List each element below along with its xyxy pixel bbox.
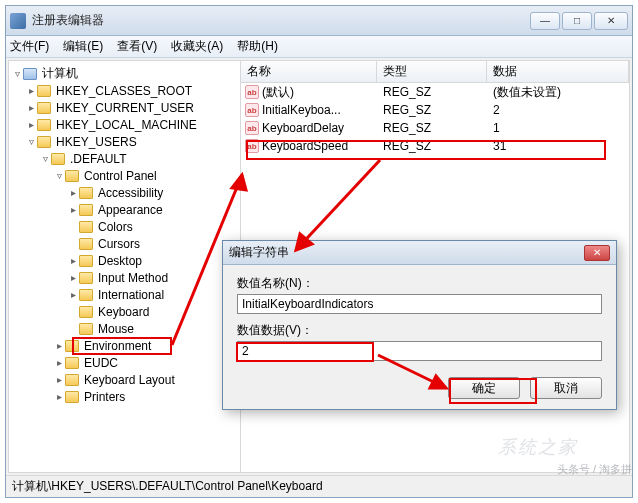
expander-icon[interactable]: ▸ xyxy=(53,340,65,352)
table-row[interactable]: abKeyboardDelayREG_SZ1 xyxy=(241,119,629,137)
expander-icon[interactable]: ▸ xyxy=(53,357,65,369)
expander-icon[interactable]: ▿ xyxy=(11,68,23,80)
folder-icon xyxy=(79,221,93,233)
expander-icon[interactable]: ▸ xyxy=(53,391,65,403)
tree-root[interactable]: 计算机 xyxy=(40,65,80,82)
menu-favorites[interactable]: 收藏夹(A) xyxy=(171,38,223,55)
ok-button[interactable]: 确定 xyxy=(448,377,520,399)
value-name-field[interactable] xyxy=(237,294,602,314)
dialog-title: 编辑字符串 xyxy=(229,244,584,261)
value-type: REG_SZ xyxy=(377,85,487,99)
tree-item[interactable]: Desktop xyxy=(96,254,144,268)
tree-item[interactable]: Mouse xyxy=(96,322,136,336)
tree-eudc[interactable]: EUDC xyxy=(82,356,120,370)
value-name: InitialKeyboa... xyxy=(262,103,341,117)
tree-item[interactable]: Colors xyxy=(96,220,135,234)
menu-view[interactable]: 查看(V) xyxy=(117,38,157,55)
col-type[interactable]: 类型 xyxy=(377,61,487,82)
maximize-button[interactable]: □ xyxy=(562,12,592,30)
tree-item[interactable]: Appearance xyxy=(96,203,165,217)
tree-keyboard-layout[interactable]: Keyboard Layout xyxy=(82,373,177,387)
tree-item[interactable]: International xyxy=(96,288,166,302)
expander-icon[interactable]: ▸ xyxy=(25,102,37,114)
folder-icon xyxy=(79,323,93,335)
menu-help[interactable]: 帮助(H) xyxy=(237,38,278,55)
cancel-button[interactable]: 取消 xyxy=(530,377,602,399)
status-bar: 计算机\HKEY_USERS\.DEFAULT\Control Panel\Ke… xyxy=(6,475,632,497)
expander-icon[interactable]: ▸ xyxy=(67,187,79,199)
col-name[interactable]: 名称 xyxy=(241,61,377,82)
value-data-label: 数值数据(V)： xyxy=(237,322,602,339)
table-row[interactable]: ab(默认)REG_SZ(数值未设置) xyxy=(241,83,629,101)
expander-icon[interactable]: ▸ xyxy=(67,289,79,301)
folder-icon xyxy=(37,136,51,148)
tree-panel[interactable]: ▿计算机 ▸HKEY_CLASSES_ROOT ▸HKEY_CURRENT_US… xyxy=(9,61,241,472)
dialog-titlebar[interactable]: 编辑字符串 ✕ xyxy=(223,241,616,265)
folder-icon xyxy=(79,255,93,267)
tree-item[interactable]: Input Method xyxy=(96,271,170,285)
window-title: 注册表编辑器 xyxy=(32,12,530,29)
string-value-icon: ab xyxy=(245,103,259,117)
tree-item[interactable]: Cursors xyxy=(96,237,142,251)
expander-icon[interactable]: ▸ xyxy=(67,255,79,267)
tree-hklm[interactable]: HKEY_LOCAL_MACHINE xyxy=(54,118,199,132)
folder-icon xyxy=(65,340,79,352)
value-name-label: 数值名称(N)： xyxy=(237,275,602,292)
value-data: (数值未设置) xyxy=(487,84,629,101)
tree-default[interactable]: .DEFAULT xyxy=(68,152,128,166)
status-path: 计算机\HKEY_USERS\.DEFAULT\Control Panel\Ke… xyxy=(12,478,323,495)
tree-environment[interactable]: Environment xyxy=(82,339,153,353)
value-name: (默认) xyxy=(262,84,294,101)
folder-icon xyxy=(79,272,93,284)
expander-icon[interactable]: ▿ xyxy=(39,153,51,165)
string-value-icon: ab xyxy=(245,85,259,99)
menubar: 文件(F) 编辑(E) 查看(V) 收藏夹(A) 帮助(H) xyxy=(6,36,632,58)
regedit-icon xyxy=(10,13,26,29)
close-button[interactable]: ✕ xyxy=(594,12,628,30)
folder-icon xyxy=(79,306,93,318)
folder-icon xyxy=(37,102,51,114)
value-type: REG_SZ xyxy=(377,139,487,153)
table-row[interactable]: abInitialKeyboa...REG_SZ2 xyxy=(241,101,629,119)
dialog-close-button[interactable]: ✕ xyxy=(584,245,610,261)
titlebar[interactable]: 注册表编辑器 — □ ✕ xyxy=(6,6,632,36)
computer-icon xyxy=(23,68,37,80)
tree-item[interactable]: Keyboard xyxy=(96,305,151,319)
value-name: KeyboardDelay xyxy=(262,121,344,135)
expander-icon[interactable]: ▸ xyxy=(25,119,37,131)
folder-icon xyxy=(79,289,93,301)
tree-controlpanel[interactable]: Control Panel xyxy=(82,169,159,183)
expander-icon[interactable]: ▿ xyxy=(25,136,37,148)
string-value-icon: ab xyxy=(245,139,259,153)
folder-icon xyxy=(79,238,93,250)
menu-file[interactable]: 文件(F) xyxy=(10,38,49,55)
expander-icon[interactable]: ▸ xyxy=(25,85,37,97)
expander-icon[interactable]: ▸ xyxy=(67,272,79,284)
value-name: KeyboardSpeed xyxy=(262,139,348,153)
folder-icon xyxy=(65,391,79,403)
minimize-button[interactable]: — xyxy=(530,12,560,30)
folder-icon xyxy=(79,204,93,216)
tree-hku[interactable]: HKEY_USERS xyxy=(54,135,139,149)
value-type: REG_SZ xyxy=(377,121,487,135)
expander-icon[interactable]: ▿ xyxy=(53,170,65,182)
tree-item[interactable]: Accessibility xyxy=(96,186,165,200)
menu-edit[interactable]: 编辑(E) xyxy=(63,38,103,55)
tree-hkcu[interactable]: HKEY_CURRENT_USER xyxy=(54,101,196,115)
tree-printers[interactable]: Printers xyxy=(82,390,127,404)
value-data: 2 xyxy=(487,103,629,117)
expander-icon[interactable]: ▸ xyxy=(53,374,65,386)
expander-icon[interactable]: ▸ xyxy=(67,204,79,216)
table-row[interactable]: abKeyboardSpeedREG_SZ31 xyxy=(241,137,629,155)
folder-icon xyxy=(65,357,79,369)
list-header[interactable]: 名称 类型 数据 xyxy=(241,61,629,83)
col-data[interactable]: 数据 xyxy=(487,61,629,82)
tree-hkcr[interactable]: HKEY_CLASSES_ROOT xyxy=(54,84,194,98)
value-data-field[interactable] xyxy=(237,341,602,361)
folder-icon xyxy=(65,374,79,386)
folder-icon xyxy=(65,170,79,182)
watermark-logo: 系统之家 xyxy=(498,435,578,459)
watermark-credit: 头条号 / 淘多拼 xyxy=(557,462,632,477)
edit-string-dialog[interactable]: 编辑字符串 ✕ 数值名称(N)： 数值数据(V)： 确定 取消 xyxy=(222,240,617,410)
string-value-icon: ab xyxy=(245,121,259,135)
